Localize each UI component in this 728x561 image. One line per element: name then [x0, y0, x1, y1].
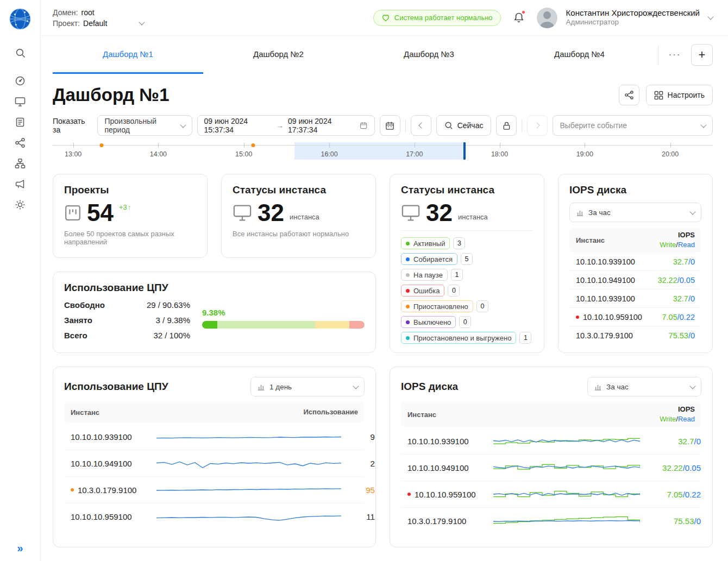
- table-row[interactable]: 10.3.0.179.910075.53/0: [401, 508, 701, 534]
- user-menu[interactable]: Константин Христорождественский Админист…: [566, 8, 700, 28]
- status-row: Активный3: [401, 237, 533, 249]
- table-row[interactable]: 10.10.10.9491002.95%: [64, 450, 365, 477]
- table-row[interactable]: 10.10.10.93910032.7/0: [569, 289, 701, 308]
- app-logo-icon[interactable]: [9, 8, 32, 30]
- write-value: 32.7: [678, 437, 694, 446]
- table-row[interactable]: 10.10.10.93910032.7/0: [401, 428, 701, 455]
- bar-segment: [349, 321, 365, 329]
- event-select[interactable]: Выберите событие: [553, 115, 713, 136]
- project-label: Проект:: [53, 19, 80, 28]
- iops-period-select[interactable]: За час: [569, 203, 701, 222]
- iops-value: 32.7/0: [673, 294, 695, 303]
- status-badge[interactable]: Ошибка: [401, 285, 444, 297]
- status-badge[interactable]: Собирается: [401, 253, 457, 265]
- cpu-summary-row: Занято3 / 9.38%: [64, 316, 190, 325]
- date-range-input[interactable]: 09 июн 2024 15:37:34 → 09 июн 2024 17:37…: [197, 115, 375, 136]
- main-area: Домен: root Проект: Default Система рабо…: [41, 0, 728, 561]
- write-value: 7.05: [662, 313, 677, 322]
- table-row[interactable]: 10.10.10.93910032.7/0: [569, 253, 701, 271]
- table-row[interactable]: 10.10.10.94910032.22/0.05: [401, 455, 701, 481]
- period-value: За час: [588, 209, 611, 217]
- notification-dot: [522, 10, 525, 14]
- dashboard-icon[interactable]: [10, 72, 30, 90]
- cpu-row-value: 32 / 100%: [153, 331, 190, 340]
- status-dot-icon: [406, 305, 410, 308]
- hierarchy-icon[interactable]: [10, 154, 30, 173]
- timeline-tick: [244, 143, 244, 148]
- network-icon[interactable]: [10, 134, 30, 152]
- table-row[interactable]: 10.10.10.9591007.05/0.22: [569, 308, 701, 326]
- cpu-row-label: Всего: [64, 331, 87, 340]
- tabs-more-button[interactable]: ···: [662, 36, 688, 74]
- timeline-cursor[interactable]: [463, 142, 466, 160]
- read-value: 0.05: [685, 463, 701, 472]
- usage-sparkline: [156, 509, 341, 525]
- step-forward-button[interactable]: [527, 115, 548, 136]
- warn-dot-icon: [71, 488, 74, 491]
- step-back-button[interactable]: [411, 115, 431, 136]
- lock-button[interactable]: [496, 115, 517, 136]
- iops-value: 32.7/0: [640, 437, 701, 446]
- status-label: Собирается: [413, 255, 453, 263]
- table-row[interactable]: 10.3.0.179.910075.53/0: [569, 326, 701, 345]
- calendar-button[interactable]: [380, 115, 400, 136]
- user-avatar[interactable]: [537, 8, 557, 28]
- timeline[interactable]: 13:0014:0015:0016:0017:0018:0019:0020:00: [53, 142, 713, 166]
- chart-bars-icon: [594, 383, 602, 391]
- status-badge[interactable]: Приостановлено: [401, 300, 473, 312]
- now-button[interactable]: Сейчас: [436, 115, 492, 136]
- notifications-bell-icon[interactable]: [510, 9, 528, 27]
- instance-name: 10.3.0.179.9100: [71, 486, 156, 495]
- monitor-icon[interactable]: [10, 92, 30, 111]
- project-chevron-icon[interactable]: [139, 19, 145, 25]
- servers-icon[interactable]: [10, 113, 30, 131]
- period-select[interactable]: Произвольный период: [97, 115, 192, 136]
- instance-name: 10.3.0.179.9100: [576, 331, 633, 340]
- status-dot-icon: [406, 257, 410, 261]
- user-menu-chevron-icon[interactable]: [707, 14, 713, 20]
- monitor-icon: [233, 204, 252, 222]
- search-icon: [444, 121, 453, 130]
- instances-count: 32: [426, 201, 453, 225]
- sidebar-expand-icon[interactable]: »: [17, 542, 23, 554]
- tab-dashboard-3[interactable]: Дашборд №3: [354, 36, 504, 74]
- iops-value: 75.53/0: [669, 331, 695, 340]
- cpu-usage-bar-block: 9.38%: [202, 308, 365, 329]
- status-badge[interactable]: Приостановлено и выгружено: [401, 332, 516, 344]
- iops-sparkline-stack: [493, 513, 640, 530]
- cpu-usage-summary-card: Использование ЦПУ Свободно29 / 90.63%Зан…: [53, 272, 376, 353]
- timeline-event-marker-icon[interactable]: [252, 143, 255, 147]
- usage-sparkline: [156, 428, 341, 445]
- table-row[interactable]: 10.3.0.179.910095.55%: [64, 477, 365, 503]
- search-icon[interactable]: [10, 43, 30, 62]
- share-button[interactable]: [619, 85, 639, 105]
- table-row[interactable]: 10.10.10.9591007.05/0.22: [401, 481, 701, 508]
- add-dashboard-button[interactable]: +: [691, 44, 713, 66]
- status-badge[interactable]: Выключено: [401, 316, 456, 328]
- instance-name: 10.10.10.949100: [71, 459, 156, 468]
- status-badge[interactable]: Активный: [401, 237, 450, 249]
- announcement-icon[interactable]: [10, 175, 30, 193]
- configure-button[interactable]: Настроить: [646, 85, 713, 105]
- status-badge[interactable]: На паузе: [401, 269, 448, 281]
- cpu-period-select[interactable]: 1 день: [250, 377, 365, 396]
- content: Дашборд №1 Настроить Показать за Произво…: [41, 74, 728, 561]
- status-dot-icon: [406, 242, 410, 245]
- tab-dashboard-4[interactable]: Дашборд №4: [504, 36, 655, 74]
- card-title: Проекты: [64, 184, 196, 196]
- system-status-badge: Система работает нормально: [373, 10, 501, 26]
- table-row[interactable]: 10.10.10.9391009.87%: [64, 424, 365, 450]
- status-row: Приостановлено0: [401, 300, 533, 312]
- table-row[interactable]: 10.10.10.94910032.22/0.05: [569, 271, 701, 289]
- project-switcher[interactable]: Проект: Default: [53, 19, 144, 28]
- cpu-usage-percent: 9.38%: [202, 308, 365, 317]
- settings-gear-icon[interactable]: [10, 196, 30, 214]
- chevron-right-icon: [534, 122, 539, 128]
- write-value: 75.53: [669, 331, 688, 340]
- tab-dashboard-2[interactable]: Дашборд №2: [203, 36, 354, 74]
- iops-table-period-select[interactable]: За час: [587, 377, 701, 396]
- period-value: За час: [606, 383, 629, 391]
- timeline-event-marker-icon[interactable]: [99, 143, 103, 147]
- tab-dashboard-1[interactable]: Дашборд №1: [53, 36, 203, 74]
- table-row[interactable]: 10.10.10.95910011.32%: [64, 503, 365, 530]
